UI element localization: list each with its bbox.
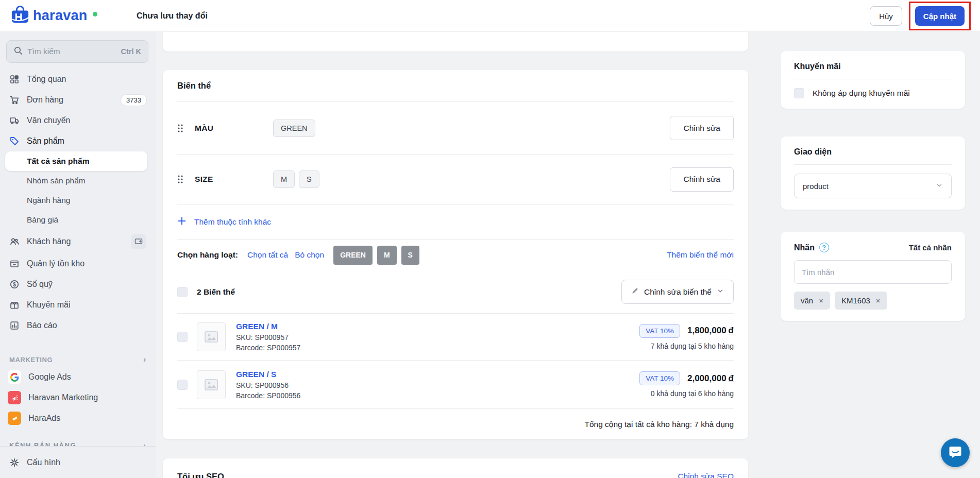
add-attribute-label: Thêm thuộc tính khác xyxy=(194,217,271,227)
haravan-marketing-icon xyxy=(8,391,21,404)
sidebar-section-marketing[interactable]: MARKETING › xyxy=(0,352,156,367)
add-variant-link[interactable]: Thêm biến thể mới xyxy=(667,250,734,260)
sidebar-item-haraads[interactable]: HaraAds xyxy=(0,408,156,429)
select-all-link[interactable]: Chọn tất cả xyxy=(247,250,288,260)
sidebar-item-google-ads[interactable]: Google Ads xyxy=(0,367,156,387)
sidebar-subitem-nganh-hang[interactable]: Ngành hàng xyxy=(0,191,156,210)
sidebar-item-bao-cao[interactable]: Báo cáo xyxy=(0,315,156,336)
screen-shortcut-button[interactable] xyxy=(131,234,146,249)
variant-availability: 0 khả dụng tại 6 kho hàng xyxy=(639,389,734,398)
edit-seo-link[interactable]: Chỉnh sửa SEO xyxy=(678,472,734,478)
bar-chart-icon xyxy=(9,320,20,331)
remove-tag-icon[interactable]: × xyxy=(876,297,881,304)
sidebar-item-haravan-marketing[interactable]: Haravan Marketing xyxy=(0,387,156,408)
bulk-select-row: Chọn hàng loạt: Chọn tất cả Bỏ chọn GREE… xyxy=(163,240,748,270)
attribute-value-chip: M xyxy=(273,170,295,188)
sidebar-item-tong-quan[interactable]: Tổng quan xyxy=(0,69,156,90)
sidebar-item-khuyen-mai[interactable]: Khuyến mãi xyxy=(0,295,156,315)
theme-select-value: product xyxy=(803,182,829,191)
no-promotion-checkbox[interactable] xyxy=(794,88,804,98)
sidebar-subitem-label: Tất cả sản phẩm xyxy=(27,157,89,166)
sidebar-item-label: Google Ads xyxy=(28,372,71,382)
variant-checkbox[interactable] xyxy=(177,380,188,390)
deselect-link[interactable]: Bỏ chọn xyxy=(295,250,324,260)
no-promotion-label: Không áp dụng khuyến mãi xyxy=(813,89,910,98)
unsaved-changes-status: Chưa lưu thay đổi xyxy=(137,11,208,21)
variant-image-placeholder[interactable] xyxy=(197,322,226,351)
label-search-input[interactable] xyxy=(794,260,952,284)
variant-barcode: Barcode: SP000956 xyxy=(236,391,300,400)
bulk-select-label: Chọn hàng loạt: xyxy=(177,250,238,260)
add-attribute-link[interactable]: Thêm thuộc tính khác xyxy=(163,204,748,239)
remove-tag-icon[interactable]: × xyxy=(819,297,823,304)
attribute-row-mau: MÀU GREEN Chỉnh sửa xyxy=(163,102,748,154)
sidebar-subitem-label: Nhóm sản phẩm xyxy=(27,176,86,185)
currency-symbol: đ xyxy=(729,373,734,383)
sidebar-item-khach-hang[interactable]: Khách hàng xyxy=(0,230,156,253)
cart-icon xyxy=(9,95,20,105)
haravan-logo[interactable]: haravan xyxy=(10,6,97,26)
theme-card: Giao diện product xyxy=(781,136,965,210)
label-tag-text: vân xyxy=(801,296,813,305)
promotion-icon xyxy=(9,300,20,310)
sidebar-item-label: Vận chuyển xyxy=(27,116,71,125)
sidebar-subitem-tat-ca-san-pham[interactable]: Tất cả sản phẩm xyxy=(5,151,147,171)
variant-price: 2,000,000đ xyxy=(687,373,734,384)
variant-name-link[interactable]: GREEN / S xyxy=(236,370,300,379)
edit-attribute-button[interactable]: Chỉnh sửa xyxy=(670,167,734,192)
drag-handle-icon[interactable] xyxy=(177,124,187,133)
bulk-filter-green[interactable]: GREEN xyxy=(333,246,373,265)
sidebar-item-van-chuyen[interactable]: Vận chuyển xyxy=(0,110,156,131)
variant-name-link[interactable]: GREEN / M xyxy=(236,322,300,331)
sidebar-search[interactable]: Ctrl K xyxy=(6,40,148,63)
variant-sku: SKU: SP000956 xyxy=(236,381,300,389)
bulk-filter-s[interactable]: S xyxy=(401,246,419,265)
label-tag-text: KM1603 xyxy=(841,296,870,305)
truck-icon xyxy=(9,115,20,126)
sidebar-item-ton-kho[interactable]: Quản lý tồn kho xyxy=(0,253,156,274)
variant-checkbox[interactable] xyxy=(177,332,188,342)
sidebar-nav: Tổng quan Đơn hàng 3733 Vận chuyển xyxy=(0,69,156,429)
orders-count-badge: 3733 xyxy=(121,95,146,106)
haravan-bag-icon xyxy=(10,6,30,26)
variant-price: 1,800,000đ xyxy=(687,326,734,336)
help-icon[interactable]: ? xyxy=(819,243,829,252)
previous-card-bottom xyxy=(163,32,748,52)
inventory-total-footer: Tổng cộng tại tất cả kho hàng: 7 khả dụn… xyxy=(163,409,748,439)
annotation-box: Cập nhật xyxy=(909,2,971,30)
theme-select[interactable]: product xyxy=(794,174,952,198)
edit-variants-label: Chỉnh sửa biến thể xyxy=(644,287,712,297)
dollar-circle-icon: $ xyxy=(9,279,20,289)
plus-icon xyxy=(177,216,187,228)
cancel-button[interactable]: Hủy xyxy=(870,6,902,26)
attribute-name: MÀU xyxy=(195,124,273,133)
variant-image-placeholder[interactable] xyxy=(197,370,226,399)
edit-attribute-button[interactable]: Chỉnh sửa xyxy=(670,116,734,140)
all-labels-link[interactable]: Tất cả nhãn xyxy=(909,243,952,252)
sidebar-item-san-pham[interactable]: Sản phẩm xyxy=(0,131,156,151)
svg-text:$: $ xyxy=(13,282,16,287)
sidebar-footer: KÊNH BÁN HÀNG › Cấu hình xyxy=(0,446,156,478)
inventory-box-icon xyxy=(9,259,20,269)
sidebar-item-label: HaraAds xyxy=(28,414,60,423)
sidebar-subitem-nhom-san-pham[interactable]: Nhóm sản phẩm xyxy=(0,171,156,191)
attribute-value-chip: S xyxy=(299,170,319,188)
bulk-filter-m[interactable]: M xyxy=(377,246,397,265)
page: haravan Chưa lưu thay đổi Hủy Cập nhật C… xyxy=(0,0,980,478)
grid-icon xyxy=(9,74,20,84)
chat-widget-button[interactable] xyxy=(941,438,970,467)
clipped-section-header: KÊNH BÁN HÀNG › xyxy=(0,441,156,446)
drag-handle-icon[interactable] xyxy=(177,175,187,184)
select-all-checkbox[interactable] xyxy=(177,287,188,297)
search-icon xyxy=(13,46,23,57)
sidebar-subitem-bang-gia[interactable]: Bảng giá xyxy=(0,210,156,230)
sidebar-item-so-quy[interactable]: $ Sổ quỹ xyxy=(0,274,156,295)
sidebar-item-label: Khách hàng xyxy=(27,237,71,246)
search-input[interactable] xyxy=(27,47,116,56)
edit-variants-dropdown[interactable]: Chỉnh sửa biến thể xyxy=(621,280,734,304)
sidebar-item-don-hang[interactable]: Đơn hàng 3733 xyxy=(0,90,156,110)
update-button[interactable]: Cập nhật xyxy=(915,6,965,26)
sidebar-item-cau-hinh[interactable]: Cấu hình xyxy=(0,452,156,473)
labels-card-header: Nhãn ? Tất cả nhãn xyxy=(781,232,965,259)
labels-card: Nhãn ? Tất cả nhãn vân × KM1603 × xyxy=(781,232,965,321)
